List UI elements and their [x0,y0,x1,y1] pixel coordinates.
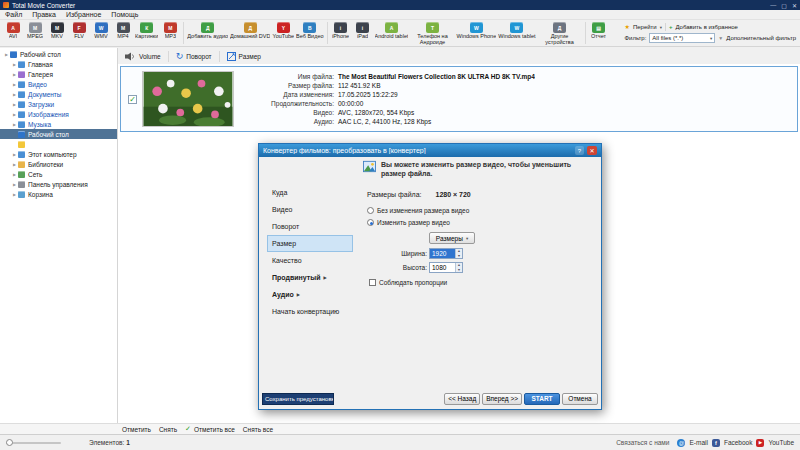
menu-item-1[interactable]: Правка [32,11,56,18]
dialog-nav-item-5[interactable]: Продвинутый▶ [267,269,353,286]
dialog-nav-item-6[interactable]: Аудио▶ [267,286,353,303]
dialog-nav-item-7[interactable]: Начать конвертацию [267,303,353,320]
menu-item-2[interactable]: Избранное [66,11,101,18]
keep-proportions-checkbox[interactable]: Соблюдать пропорции [369,279,447,286]
close-button[interactable]: ✕ [792,2,797,9]
minimize-button[interactable]: — [770,2,776,9]
toolbar-button-label: Картинки [135,34,158,40]
sidebar-item-11[interactable]: ▶Библиотеки [0,159,117,169]
cancel-button[interactable]: Отмена [562,393,598,405]
dialog-nav-item-2[interactable]: Поворот [267,218,353,235]
youtube-link[interactable]: YouTube [768,439,794,446]
toolbar-button[interactable]: MMP3 [159,21,181,40]
menu-item-0[interactable]: Файл [5,11,22,18]
dialog-nav-item-1[interactable]: Видео [267,201,353,218]
go-button[interactable]: Перейти [633,24,657,30]
toolbar-button[interactable]: ТТелефон на Андроиде [409,21,455,45]
mark-all-button[interactable]: Отметить все [194,426,235,433]
toolbar-button[interactable]: ДДругие устройства [537,21,583,45]
sidebar-item-4[interactable]: ▶Документы [0,89,117,99]
sidebar-item-1[interactable]: ▶Главная [0,59,117,69]
toolbar-button[interactable]: AAVI [2,21,24,40]
volume-button[interactable]: Volume [122,51,164,62]
toolbar-button[interactable]: AAndroid tablet [374,21,410,40]
sidebar-item-0[interactable]: ▶Рабочий стол [0,49,117,59]
file-item[interactable]: ✓ Имя файла:The Most Beautiful Flowers C… [120,66,798,132]
chevron-right-icon: ▶ [11,112,18,117]
thumbnail-size-slider[interactable] [6,438,61,447]
computer-icon [18,151,25,158]
file-info: Имя файла:The Most Beautiful Flowers Col… [242,72,535,126]
save-preset-input[interactable]: Сохранить предустановки [262,393,334,405]
email-link[interactable]: E-mail [689,439,707,446]
toolbar-button[interactable]: iiPad [352,21,374,40]
sidebar-item-7[interactable]: ▶Музыка [0,119,117,129]
start-button[interactable]: START [524,393,560,405]
chevron-down-icon[interactable]: ▾ [660,25,662,30]
dialog-nav-item-0[interactable]: Куда [267,184,353,201]
add-favorite-button[interactable]: Добавить в избранное [675,24,737,30]
mark-button[interactable]: Отметить [122,426,151,433]
toolbar-button[interactable]: WWMV [90,21,112,40]
chevron-right-icon: ▶ [3,52,10,57]
height-stepper[interactable]: ▲▼ [455,263,462,272]
slider-handle[interactable] [6,439,13,446]
toolbar-button[interactable]: MMKV [46,21,68,40]
unmark-button[interactable]: Снять [159,426,177,433]
report-button[interactable]: ▤ Отчет [588,21,610,40]
toolbar-button[interactable]: MMP4 [112,21,134,40]
toolbar-button[interactable]: WWindows tablet [497,21,536,40]
facebook-link[interactable]: Facebook [724,439,753,446]
sidebar-item-12[interactable]: ▶Сеть [0,169,117,179]
sizes-dropdown-button[interactable]: Размеры ▾ [429,232,475,244]
radio-resize[interactable]: Изменить размер видео [367,219,450,226]
sidebar-item-2[interactable]: ▶Галерея [0,69,117,79]
toolbar-button[interactable]: ВВеб Видео [295,21,324,40]
back-button[interactable]: << Назад [444,393,480,405]
additional-filter-button[interactable]: Дополнительный фильтр [726,35,796,41]
sidebar-item-9[interactable] [0,139,117,149]
dialog-nav-item-3[interactable]: Размер [267,235,353,252]
toolbar-button[interactable]: ККартинки [134,21,159,40]
resize-button[interactable]: Размер [224,51,264,62]
dialog-titlebar[interactable]: Конвертер фильмов: преобразовать в [конв… [259,144,601,157]
radio-keep-size[interactable]: Без изменения размера видео [367,207,469,214]
toolbar-button[interactable]: YYouTube [271,21,295,40]
unmark-all-button[interactable]: Снять все [243,426,273,433]
toolbar-button[interactable]: iiPhone [330,21,352,40]
width-stepper[interactable]: ▲▼ [455,249,462,258]
window-title: Total Movie Converter [12,2,75,9]
file-field-value: The Most Beautiful Flowers Collection 8K… [338,73,535,80]
toolbar-button[interactable]: FFLV [68,21,90,40]
dialog-footer: Сохранить предустановки << Назад Вперед … [262,392,598,405]
checkbox-icon: ✓ [185,425,191,433]
sidebar-item-label: Корзина [28,191,53,198]
file-field: Дата изменения:17.05.2025 15:22:29 [242,90,535,99]
sidebar-item-13[interactable]: ▶Панель управления [0,179,117,189]
sidebar-item-5[interactable]: ▶Загрузки [0,99,117,109]
close-icon[interactable]: ✕ [587,146,597,155]
chevron-right-icon: ▶ [11,152,18,157]
help-button[interactable]: ? [575,146,584,155]
maximize-button[interactable]: ▢ [781,2,787,9]
chevron-right-icon: ▶ [11,82,18,87]
sidebar-item-6[interactable]: ▶Изображения [0,109,117,119]
filter-select[interactable]: All files (*.*) ▾ [649,33,715,43]
toolbar-button[interactable]: ДДомашний DVD [229,21,271,40]
forward-button[interactable]: Вперед >> [482,393,522,405]
chevron-right-icon: ▶ [11,122,18,127]
rotate-button[interactable]: ↻ Поворот [173,51,215,62]
menu-item-3[interactable]: Помощь [111,11,138,18]
toolbar-button[interactable]: ДДобавить аудио [186,21,229,40]
toolbar-button[interactable]: WWindows Phone [455,21,497,40]
sidebar-item-label: Изображения [28,111,69,118]
dialog-nav-item-4[interactable]: Качество [267,252,353,269]
sidebar-item-10[interactable]: ▶Этот компьютер [0,149,117,159]
sidebar-item-14[interactable]: ▶Корзина [0,189,117,199]
toolbar-button[interactable]: MMPEG [24,21,46,40]
sidebar-item-3[interactable]: ▶Видео [0,79,117,89]
width-input[interactable]: 1920 ▲▼ [429,248,463,259]
sidebar-item-8[interactable]: Рабочий стол [0,129,117,139]
file-checkbox-checked[interactable]: ✓ [128,95,137,104]
height-input[interactable]: 1080 ▲▼ [429,262,463,273]
